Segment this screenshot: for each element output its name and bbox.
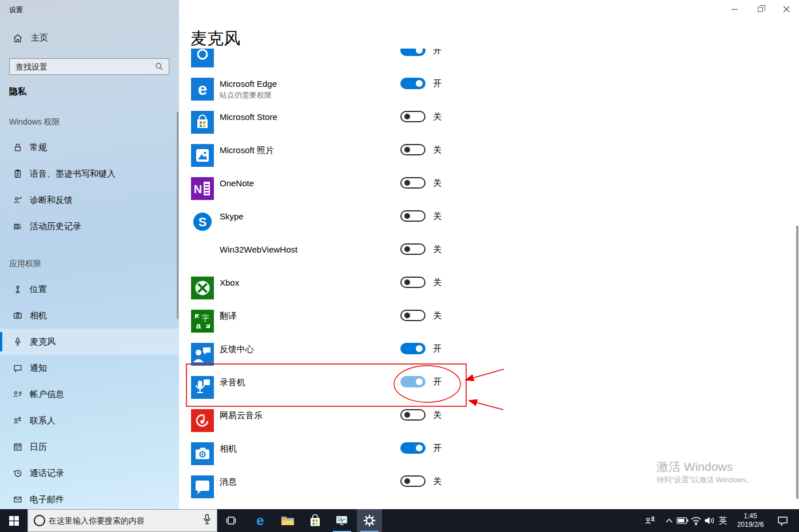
sidebar-item-label: 常规 — [30, 142, 47, 153]
svg-text:a: a — [196, 321, 201, 330]
app-row-xbox: Xbox 关 — [179, 271, 799, 305]
settings-screen: 设置 主页 隐私 Windows 权限 常规 — [0, 0, 799, 532]
microphone-icon — [13, 337, 23, 347]
window-controls — [722, 0, 799, 18]
sidebar-item-home[interactable]: 主页 — [13, 33, 48, 43]
sidebar: 设置 主页 隐私 Windows 权限 常规 — [0, 0, 179, 509]
sidebar-item-general[interactable]: 常规 — [0, 134, 179, 161]
xbox-icon — [191, 277, 214, 299]
app-name: Microsoft Edge — [220, 78, 277, 90]
toggle-state-label: 关 — [433, 475, 442, 487]
app-row-onenote: N OneNote 关 — [179, 172, 799, 205]
taskbar-edge-button[interactable]: e — [248, 509, 273, 532]
sidebar-page-title: 隐私 — [9, 86, 26, 97]
search-icon[interactable] — [155, 62, 164, 71]
toggle-state-label: 开 — [433, 376, 442, 387]
app-toggle[interactable] — [400, 111, 426, 122]
sidebar-item-camera[interactable]: 相机 — [0, 302, 179, 329]
sidebar-item-label: 帐户信息 — [30, 389, 64, 400]
sidebar-item-contacts[interactable]: 联系人 — [0, 407, 179, 434]
app-row-voice-recorder: 录音机 开 — [179, 371, 799, 404]
tray-people-button[interactable] — [642, 509, 659, 532]
svg-text:S: S — [198, 215, 207, 229]
app-toggle[interactable] — [400, 277, 426, 288]
restore-icon — [758, 7, 763, 12]
toggle-state-label: 开 — [433, 442, 442, 454]
toggle-state-label: 关 — [433, 310, 442, 321]
app-toggle-voice-recorder[interactable] — [400, 376, 426, 387]
app-toggle[interactable] — [400, 343, 426, 354]
sidebar-item-notifications[interactable]: 通知 — [0, 355, 179, 381]
clock-time: 1:45 — [744, 512, 757, 521]
app-toggle[interactable] — [400, 78, 426, 89]
app-toggle[interactable] — [400, 243, 426, 255]
app-toggle[interactable] — [400, 144, 426, 155]
sidebar-item-location[interactable]: 位置 — [0, 276, 179, 302]
app-row-microsoft-store: Microsoft Store 关 — [179, 106, 799, 139]
task-view-button[interactable] — [218, 509, 244, 532]
section-header-windows-permissions: Windows 权限 — [9, 117, 179, 129]
restore-button[interactable] — [748, 0, 773, 18]
home-icon — [13, 33, 23, 43]
sidebar-item-microphone[interactable]: 麦克风 — [0, 329, 179, 355]
app-toggle[interactable] — [400, 409, 426, 421]
app-row-feedback-hub: 反馈中心 开 — [179, 338, 799, 371]
sidebar-item-calendar[interactable]: 日历 — [0, 434, 179, 460]
voice-recorder-icon — [191, 376, 214, 399]
task-manager-button[interactable] — [329, 509, 355, 532]
svg-text:e: e — [198, 80, 207, 98]
task-manager-icon — [335, 514, 349, 527]
activate-windows-watermark: 激活 Windows 转到"设置"以激活 Windows。 — [657, 459, 754, 486]
action-center-button[interactable] — [772, 509, 793, 532]
chevron-up-icon — [665, 518, 673, 523]
file-explorer-button[interactable] — [275, 509, 300, 532]
close-button[interactable] — [773, 0, 799, 18]
taskbar-mic-icon[interactable] — [203, 514, 211, 527]
sidebar-item-email[interactable]: 电子邮件 — [0, 486, 179, 509]
app-name: 网易云音乐 — [220, 409, 263, 421]
sidebar-item-activity-history[interactable]: 活动历史记录 — [0, 213, 179, 239]
store-taskbar-button[interactable] — [303, 509, 328, 532]
activity-history-icon — [13, 221, 23, 231]
file-explorer-icon — [281, 515, 295, 526]
tray-battery-button[interactable] — [675, 509, 690, 532]
app-toggle[interactable] — [400, 177, 426, 189]
sidebar-item-label: 联系人 — [30, 415, 55, 426]
skype-icon: S — [191, 210, 214, 233]
app-name: 反馈中心 — [220, 343, 254, 355]
sidebar-scrollbar[interactable] — [177, 112, 178, 319]
taskbar-search-box — [27, 509, 217, 532]
settings-taskbar-button[interactable] — [357, 509, 382, 532]
speaker-icon — [704, 516, 715, 525]
minimize-button[interactable] — [722, 0, 748, 18]
sidebar-item-label: 通知 — [30, 363, 47, 374]
app-toggle[interactable] — [400, 310, 426, 321]
sidebar-home-label: 主页 — [31, 33, 48, 43]
start-button[interactable] — [0, 509, 27, 532]
app-toggle[interactable] — [400, 442, 426, 454]
cortana-icon[interactable] — [34, 515, 45, 526]
tray-language-indicator[interactable]: 英 — [715, 509, 731, 532]
app-permission-list: 开 e Microsoft Edge 站点仍需要权限 开 Microso — [179, 49, 799, 509]
sidebar-item-label: 语音、墨迹书写和键入 — [30, 169, 116, 179]
tray-chevron-button[interactable] — [662, 509, 676, 532]
settings-search-input[interactable] — [10, 62, 155, 71]
tray-clock[interactable]: 1:45 2019/2/6 — [732, 509, 769, 532]
sidebar-item-diagnostics-feedback[interactable]: 诊断和反馈 — [0, 187, 179, 213]
calendar-icon — [13, 442, 23, 452]
sidebar-item-call-history[interactable]: 通话记录 — [0, 460, 179, 486]
wifi-icon — [690, 516, 702, 525]
toggle-state-label: 关 — [433, 111, 442, 122]
account-info-icon — [13, 389, 23, 399]
app-toggle[interactable] — [400, 210, 426, 222]
email-icon — [13, 494, 23, 505]
sidebar-item-account-info[interactable]: 帐户信息 — [0, 381, 179, 407]
app-toggle[interactable] — [400, 49, 426, 56]
taskbar-search-input[interactable] — [45, 516, 203, 525]
main-scrollbar[interactable] — [796, 226, 798, 499]
app-row-skype: S Skype 关 — [179, 205, 799, 238]
app-toggle[interactable] — [400, 475, 426, 487]
toggle-state-label: 开 — [433, 343, 442, 354]
sidebar-item-speech-inking-typing[interactable]: 语音、墨迹书写和键入 — [0, 161, 179, 187]
section-header-app-permissions: 应用权限 — [9, 259, 179, 270]
